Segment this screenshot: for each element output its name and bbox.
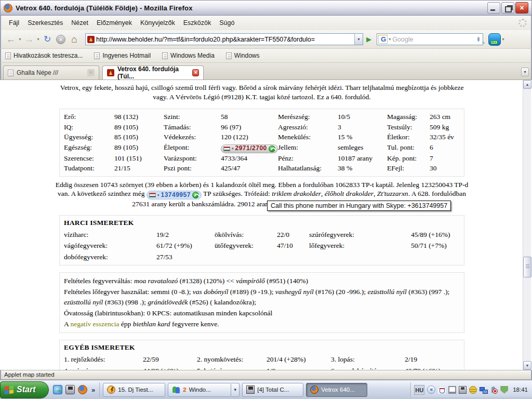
stat-value: 89 (105) [114,122,164,132]
menu-history[interactable]: Előzmények [93,18,136,28]
stat-value: semleges [338,142,387,153]
tab-close-icon[interactable]: × [87,69,95,76]
scroll-up-button[interactable]: ▲ [523,80,531,89]
menu-bookmarks[interactable]: Könyvjelzők [137,18,179,28]
close-button[interactable]: × [515,2,528,14]
restore-button[interactable] [501,2,514,14]
skype-number-widget[interactable]: ▾ 2971/2700 [221,144,278,153]
bookmark-item[interactable]: Hivatkozások testresza... [5,52,83,59]
tray-collapse-icon[interactable]: « [427,385,435,394]
url-dropdown-button[interactable]: ▾ [354,34,363,45]
task-messenger-group[interactable]: 2 Windo... [168,383,231,397]
scrollbar-thumb[interactable] [523,257,531,277]
skill-value: 44/98 (+6%) [143,365,197,370]
url-input[interactable] [95,36,354,43]
menu-file[interactable]: Fájl [5,18,23,28]
stat-label: Jellem: [278,142,338,153]
scroll-down-button[interactable]: ▼ [523,361,531,370]
task-group-dropdown[interactable]: ▼ [231,383,240,397]
vertical-scrollbar[interactable]: ▲ ▼ [523,80,531,370]
globe-tray-icon[interactable] [469,386,477,394]
other-skills-table: 1. rejtőzködés:22/59 2. nyomkövetés:201/… [64,354,460,370]
throbber-icon [518,19,527,27]
bookmark-item[interactable]: Windows Media [162,52,215,59]
skill-label: vágófegyverek: [64,240,156,251]
combat-skills-title: HARCI ISMERETEK [64,219,460,227]
essence-note: A negatív esszencia épp biethlan kard fe… [64,319,460,329]
search-input[interactable] [391,36,477,43]
skill-label: lőfegyverek: [309,240,411,251]
skill-value: 27/53 [156,251,215,263]
forward-history-dropdown[interactable]: ▾ [36,37,41,42]
go-button[interactable]: ▶ [366,35,371,43]
skype-extension-dropdown[interactable]: ▾ [501,37,506,42]
skill-value: 47/10 [277,240,309,251]
network-tray-icon[interactable] [480,386,487,394]
site-favicon [87,36,95,43]
bookmark-item[interactable]: Windows [226,52,260,59]
stat-label: Pszi pont: [164,163,221,174]
stat-label: Kép. pont: [387,153,430,164]
task-winamp[interactable]: 15. Dj Tiest... [103,383,165,397]
stat-value: 10187 arany [338,153,387,164]
skill-label: 5. hajózás: [197,365,267,370]
status-bar: Applet map started [0,370,532,380]
task-group-count: 2 [183,387,186,393]
skype-extension-icon[interactable] [488,33,501,46]
google-engine-icon[interactable]: G [378,35,388,44]
task-firefox-active[interactable]: Vetrox 640... [306,383,367,397]
forward-button[interactable]: → [22,33,36,46]
skype-flag-dropdown[interactable]: ▾ [232,143,234,153]
disk-app-icon[interactable] [65,385,75,394]
stat-value: 3 [338,122,387,132]
task-total-commander[interactable]: [4] Total C... [242,383,303,397]
disk-tray-icon[interactable] [459,386,467,394]
stat-label: Pénz: [278,153,338,164]
menu-help[interactable]: Súgó [216,18,238,28]
tab-ghalla-nepe[interactable]: Ghalla Népe /// × [3,65,99,79]
messenger-offline-tray-icon[interactable] [490,386,498,394]
url-bar: ▾ [85,33,363,45]
java-tray-icon[interactable] [438,386,446,394]
stop-button[interactable]: × [56,35,65,44]
menu-tools[interactable]: Eszközök [180,18,215,28]
skill-value: 1/0 [267,365,331,370]
bookmark-page-icon [226,52,232,59]
task-buttons: 15. Dj Tiest... 2 Windo... ▼ [4] Total C… [100,383,410,397]
back-button[interactable]: ← [4,33,18,46]
back-history-dropdown[interactable]: ▾ [18,37,22,42]
stat-label: Varázspont: [164,153,221,164]
internet-explorer-icon[interactable] [53,385,62,394]
stat-label: Szerencse: [64,153,114,164]
window-tray-icon[interactable] [448,386,456,394]
skype-call-icon[interactable] [269,145,275,152]
skype-number-widget[interactable]: ▾13749957 [147,191,202,200]
skill-label: 4. mászás: [64,365,143,370]
menu-edit[interactable]: Szerkesztés [24,18,66,28]
bookmark-page-icon [162,52,168,59]
tab-bar: Ghalla Népe /// × Vetrox 640. fordulója … [0,63,532,80]
language-indicator[interactable]: HU [414,385,424,395]
conditional-weapon-switch: Feltételes fegyverváltás: moa ravatalozó… [64,276,460,286]
tab-close-icon[interactable]: × [192,69,199,76]
menu-view[interactable]: Nézet [68,18,92,28]
shield-tray-icon[interactable] [500,386,508,394]
combat-skills-box: HARCI ISMERETEK víziharc:19/2 ökölvívás:… [59,215,464,266]
stat-label: Testsúly: [387,122,430,132]
skill-value: 201/4 (+28%) [267,354,331,365]
firefox-icon[interactable] [78,385,87,394]
windows-flag-icon [5,385,14,394]
reload-button[interactable]: ↻ [41,33,54,46]
stat-label: Erő: [64,112,114,122]
tab-vetrox-active[interactable]: Vetrox 640. fordulója (Túl... × [102,65,204,79]
search-icon[interactable] [477,37,480,42]
bookmark-item[interactable]: Ingyenes Hotmail [94,52,151,59]
home-button[interactable]: ⌂ [68,33,81,46]
skype-call-icon[interactable] [192,192,199,198]
start-button[interactable]: Start [0,381,49,398]
tab-list-dropdown[interactable]: ▾ [521,68,529,76]
skype-flag-dropdown[interactable]: ▾ [157,191,159,200]
stat-value: 7 [430,153,460,164]
minimize-button[interactable] [487,2,500,14]
quick-launch-overflow-icon[interactable]: » [90,386,96,394]
